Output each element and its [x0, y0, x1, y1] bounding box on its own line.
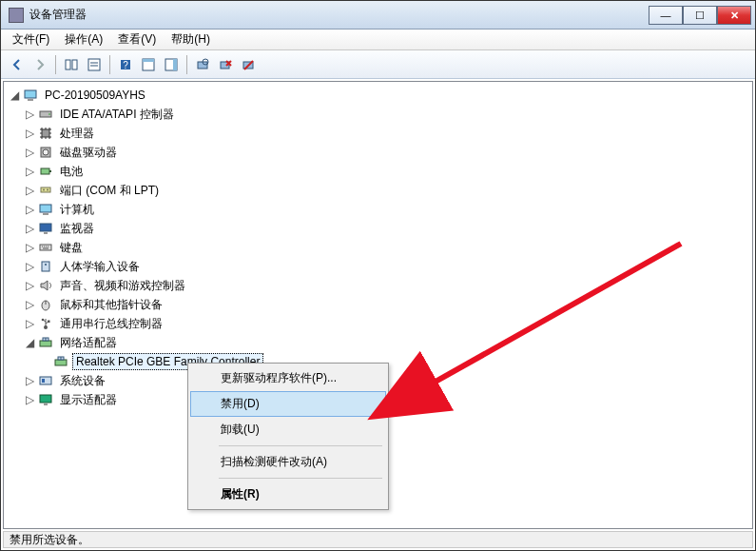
title-bar: 设备管理器 — ☐ ✕ [1, 1, 755, 30]
expand-icon[interactable]: ▷ [23, 146, 36, 159]
context-menu-item-scan[interactable]: 扫描检测硬件改动(A) [190, 449, 386, 475]
menu-help[interactable]: 帮助(H) [164, 30, 218, 49]
window-controls: — ☐ ✕ [649, 6, 751, 25]
tree-node[interactable]: ▷端口 (COM 和 LPT) [23, 181, 750, 200]
help-button[interactable]: ? [115, 54, 136, 75]
hid-icon [38, 259, 53, 274]
detail-pane-button[interactable] [138, 54, 159, 75]
tree-node[interactable]: ▷通用串行总线控制器 [23, 314, 750, 333]
menu-file[interactable]: 文件(F) [5, 30, 57, 49]
tree-node-label: 处理器 [57, 125, 97, 143]
svg-rect-0 [66, 60, 70, 69]
svg-rect-30 [42, 262, 49, 271]
tree-node-label: 通用串行总线控制器 [57, 315, 165, 333]
toolbar: ? [1, 50, 755, 79]
expand-icon[interactable]: ▷ [23, 127, 36, 140]
tree-node-label: 系统设备 [57, 372, 108, 390]
svg-rect-17 [42, 129, 49, 137]
expand-icon[interactable]: ▷ [23, 241, 36, 254]
expand-icon[interactable]: ▷ [23, 279, 36, 292]
collapse-icon[interactable]: ◢ [23, 336, 36, 349]
svg-text:?: ? [123, 60, 128, 70]
tree-node-label: 端口 (COM 和 LPT) [57, 182, 162, 200]
back-button[interactable] [7, 54, 28, 75]
computer-icon [38, 202, 53, 217]
tree-leaf[interactable]: Realtek PCIe GBE Family Controller [38, 352, 750, 371]
toolbar-separator [109, 55, 110, 74]
expand-icon[interactable]: ▷ [23, 298, 36, 311]
battery-icon [38, 164, 53, 179]
port-icon [38, 183, 53, 198]
svg-point-19 [43, 149, 48, 155]
expand-icon[interactable]: ▷ [23, 393, 36, 406]
tree-node[interactable]: ▷磁盘驱动器 [23, 143, 750, 162]
tree-node-label: 监视器 [57, 220, 97, 238]
svg-rect-40 [55, 360, 67, 365]
chip-icon [38, 126, 53, 141]
app-icon [9, 8, 24, 23]
tree-node[interactable]: ▷IDE ATA/ATAPI 控制器 [23, 105, 750, 124]
svg-rect-45 [40, 395, 51, 403]
tree-root-label: PC-20190509AYHS [42, 88, 148, 103]
context-menu: 更新驱动程序软件(P)...禁用(D)卸载(U)扫描检测硬件改动(A)属性(R) [187, 363, 389, 510]
context-menu-item-uninstall[interactable]: 卸载(U) [190, 417, 386, 443]
context-menu-item-disable[interactable]: 禁用(D) [190, 391, 386, 417]
tree-node[interactable]: ◢网络适配器 [23, 333, 750, 352]
expand-icon[interactable]: ▷ [23, 108, 36, 121]
collapse-icon[interactable]: ◢ [8, 89, 21, 102]
tree-node[interactable]: ▷人体学输入设备 [23, 257, 750, 276]
tree-node[interactable]: ▷键盘 [23, 238, 750, 257]
drive-icon [38, 107, 53, 122]
maximize-button[interactable]: ☐ [683, 6, 717, 25]
tree-node[interactable]: ▷处理器 [23, 124, 750, 143]
svg-point-31 [45, 264, 47, 266]
disk-icon [38, 145, 53, 160]
tree-node-label: 键盘 [57, 239, 86, 257]
expand-icon[interactable]: ▷ [23, 165, 36, 178]
disable-device-button[interactable] [238, 54, 259, 75]
svg-rect-27 [40, 224, 51, 231]
expand-icon[interactable]: ▷ [23, 222, 36, 235]
svg-rect-22 [41, 187, 50, 192]
action-pane-button[interactable] [161, 54, 182, 75]
expand-icon[interactable]: ▷ [23, 317, 36, 330]
menu-view[interactable]: 查看(V) [110, 30, 164, 49]
tree-node-label: 显示适配器 [57, 391, 120, 409]
context-menu-item-update[interactable]: 更新驱动程序软件(P)... [190, 365, 386, 391]
expand-icon[interactable]: ▷ [23, 374, 36, 387]
tree-node[interactable]: ▷计算机 [23, 200, 750, 219]
keyboard-icon [38, 240, 53, 255]
svg-rect-46 [44, 403, 48, 405]
svg-rect-44 [42, 379, 45, 383]
mouse-icon [38, 297, 53, 312]
uninstall-button[interactable] [215, 54, 236, 75]
expand-icon[interactable]: ▷ [23, 203, 36, 216]
status-bar: 禁用所选设备。 [3, 531, 753, 548]
menu-bar: 文件(F) 操作(A) 查看(V) 帮助(H) [1, 30, 755, 50]
expand-icon[interactable]: ▷ [23, 260, 36, 273]
tree-node[interactable]: ▷监视器 [23, 219, 750, 238]
network-icon [38, 335, 53, 350]
expand-icon[interactable]: ▷ [23, 184, 36, 197]
svg-rect-28 [44, 232, 48, 234]
tree-node-label: 人体学输入设备 [57, 258, 143, 276]
context-menu-item-properties[interactable]: 属性(R) [190, 482, 386, 507]
tree-root-computer[interactable]: ◢ PC-20190509AYHS [8, 86, 750, 105]
tree-node[interactable]: ▷鼠标和其他指针设备 [23, 295, 750, 314]
properties-button[interactable] [84, 54, 105, 75]
close-button[interactable]: ✕ [717, 6, 751, 25]
menu-action[interactable]: 操作(A) [57, 30, 110, 49]
scan-hardware-button[interactable] [192, 54, 213, 75]
svg-rect-26 [43, 213, 48, 215]
svg-rect-25 [40, 205, 51, 212]
tree-node-label: IDE ATA/ATAPI 控制器 [57, 106, 177, 124]
tree-node[interactable]: ▷声音、视频和游戏控制器 [23, 276, 750, 295]
forward-button[interactable] [29, 54, 50, 75]
minimize-button[interactable]: — [649, 6, 683, 25]
context-menu-separator [219, 445, 382, 446]
svg-rect-37 [40, 341, 51, 346]
show-hide-console-button[interactable] [61, 54, 82, 75]
tree-node[interactable]: ▷电池 [23, 162, 750, 181]
svg-rect-36 [48, 321, 50, 324]
svg-rect-14 [28, 99, 33, 101]
